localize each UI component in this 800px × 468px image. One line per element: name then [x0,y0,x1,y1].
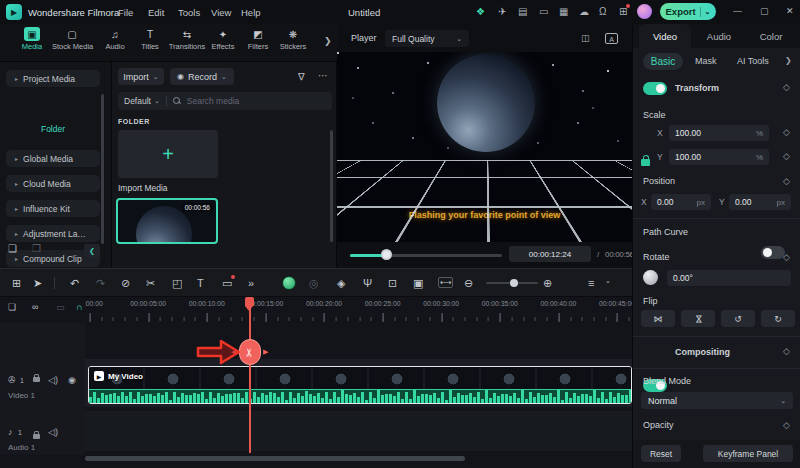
render-preview-icon[interactable]: ▣ [413,277,423,290]
filter-icon[interactable]: ∇ [298,71,305,82]
flip-vertical-button[interactable]: ⋈ [681,310,715,327]
reset-button[interactable]: Reset [641,445,681,462]
quick-split-scissors-button[interactable]: ✂ [239,339,261,365]
tab-effects[interactable]: ✦ Effects [203,27,243,51]
subtab-mask[interactable]: Mask [695,56,717,66]
timeline-ruler[interactable]: 00:00:0000:00:05:0000:00:10:0000:00:15:0… [85,297,632,323]
keyframe-panel-button[interactable]: Keyframe Panel [703,445,793,462]
zoom-slider-handle[interactable] [510,279,518,287]
sidebar-item-adjustment-layer[interactable]: ▸ Adjustment La… [6,225,100,242]
sidebar-scrollbar[interactable] [101,94,104,244]
opacity-keyframe-icon[interactable]: ◇ [783,420,790,430]
sidebar-item-project-media[interactable]: ▸ Project Media [6,70,100,87]
mask-tool-icon[interactable]: ▭ [222,277,232,290]
scale-x-field[interactable]: 100.00 % [669,125,769,141]
ripple-edit-icon[interactable]: ▭ [56,302,65,312]
tab-video[interactable]: Video [639,24,691,48]
text-tool-icon[interactable]: T [197,277,204,289]
export-button[interactable]: Export ⌄ [660,3,716,20]
voiceover-mic-icon[interactable]: Ψ [363,277,372,289]
sidebar-item-folder[interactable]: Folder [0,124,106,134]
rotate-field[interactable]: 0.00° [667,270,791,286]
device-icon[interactable]: ▭ [539,6,548,17]
video-preview[interactable]: Flashing your favorite point of view [337,52,632,242]
timeline-horizontal-scrollbar[interactable] [85,456,465,461]
sidebar-item-global-media[interactable]: ▸ Global Media [6,150,100,167]
expand-arrow-icon[interactable]: ▸ [15,205,18,212]
link-icon[interactable]: ∞ [32,302,38,312]
menu-tools[interactable]: Tools [178,7,200,18]
tab-filters[interactable]: ◩ Filters [238,27,278,51]
mute-track-icon[interactable]: ◁) [48,375,58,385]
import-button[interactable]: Import ⌄ [118,68,164,85]
expand-arrow-icon[interactable]: ▸ [15,155,18,162]
expand-arrow-icon[interactable]: ▸ [15,255,18,262]
chevron-down-icon[interactable]: ⌄ [605,277,611,285]
expand-arrow-icon[interactable]: ▸ [15,180,18,187]
import-media-card[interactable]: + [118,130,218,178]
rotate-keyframe-icon[interactable]: ◇ [783,252,790,262]
new-folder-icon[interactable]: ❏ [8,243,17,254]
tab-stock-media[interactable]: ▢ Stock Media [52,27,92,51]
audio-track-lane[interactable] [85,411,632,451]
expand-arrow-icon[interactable]: ▸ [15,75,18,82]
media-clip-thumbnail[interactable]: 00:00:56 [116,198,218,244]
transform-toggle[interactable] [643,82,667,95]
zoom-out-icon[interactable]: ⊖ [464,277,473,290]
tab-color[interactable]: Color [745,24,797,48]
layout-icon[interactable]: ▤ [518,6,527,17]
delete-icon[interactable]: ⊘ [121,277,130,290]
tab-media[interactable]: ▣ Media [12,27,52,51]
timeline-clip-my-video[interactable]: ▶ My Video [88,366,632,404]
duplicate-icon[interactable]: ❏ [8,302,16,312]
maximize-button[interactable]: ▢ [760,6,769,16]
seek-bar-handle[interactable] [381,249,392,260]
tab-transitions[interactable]: ⇆ Transitions [167,27,207,51]
scale-link-lock-icon[interactable] [641,159,650,166]
save-icon[interactable]: ▦ [559,6,568,17]
lock-track-icon[interactable] [33,377,40,382]
close-button[interactable]: ✕ [786,6,794,16]
export-chevron-icon[interactable]: ⌄ [705,8,711,16]
gift-icon[interactable]: ❖ [476,6,485,17]
marker-range-icon[interactable]: ⟷ [438,277,453,288]
menu-edit[interactable]: Edit [148,7,164,18]
tab-stickers[interactable]: ❋ Stickers [273,27,313,51]
flip-horizontal-button[interactable]: ⋈ [641,310,675,327]
subtab-basic[interactable]: Basic [643,53,683,70]
position-x-field[interactable]: 0.00 px [651,194,711,210]
zoom-in-icon[interactable]: ⊕ [543,277,552,290]
lock-track-icon[interactable] [33,434,40,439]
chroma-key-icon[interactable] [282,276,296,290]
compositing-keyframe-icon[interactable]: ◇ [783,346,790,356]
current-timecode[interactable]: 00:00:12:24 [509,246,591,262]
scale-y-keyframe-icon[interactable]: ◇ [783,151,790,161]
path-curve-toggle[interactable] [761,246,785,259]
minimize-button[interactable]: — [733,6,742,16]
menu-view[interactable]: View [211,7,231,18]
sidebar-item-influence-kit[interactable]: ▸ Influence Kit [6,200,100,217]
more-tools-icon[interactable]: » [248,277,254,289]
playhead-handle[interactable] [245,297,254,306]
snap-magnet-icon[interactable]: ∩ [76,302,82,312]
media-panel-scrollbar[interactable] [330,130,333,242]
cloud-upload-icon[interactable]: ☁ [579,6,589,17]
screen-record-icon[interactable]: ⊡ [388,277,397,290]
keyframe-target-icon[interactable]: ◎ [309,277,319,290]
tab-audio-props[interactable]: Audio [693,24,745,48]
sidebar-item-cloud-media[interactable]: ▸ Cloud Media [6,175,100,192]
support-icon[interactable]: Ω [599,6,606,17]
quality-dropdown[interactable]: Full Quality ⌄ [385,30,469,47]
rotate-left-button[interactable]: ↺ [721,310,755,327]
track-height-icon[interactable]: ≡ [588,277,594,289]
subtab-ai-tools[interactable]: AI Tools [737,56,769,66]
render-quality-icon[interactable]: A [605,33,618,44]
expand-arrow-icon[interactable]: ▸ [15,230,18,237]
record-button[interactable]: ◉ Record ⌄ [170,68,234,85]
hide-track-eye-icon[interactable]: ◉ [68,375,76,385]
subtabs-more-chevron-icon[interactable]: ❯ [785,56,792,65]
mute-track-icon[interactable]: ◁) [48,427,58,437]
blend-mode-select[interactable]: Normal ⌄ [641,392,793,409]
undo-icon[interactable]: ↶ [70,277,79,290]
rotate-dial[interactable] [643,270,658,285]
